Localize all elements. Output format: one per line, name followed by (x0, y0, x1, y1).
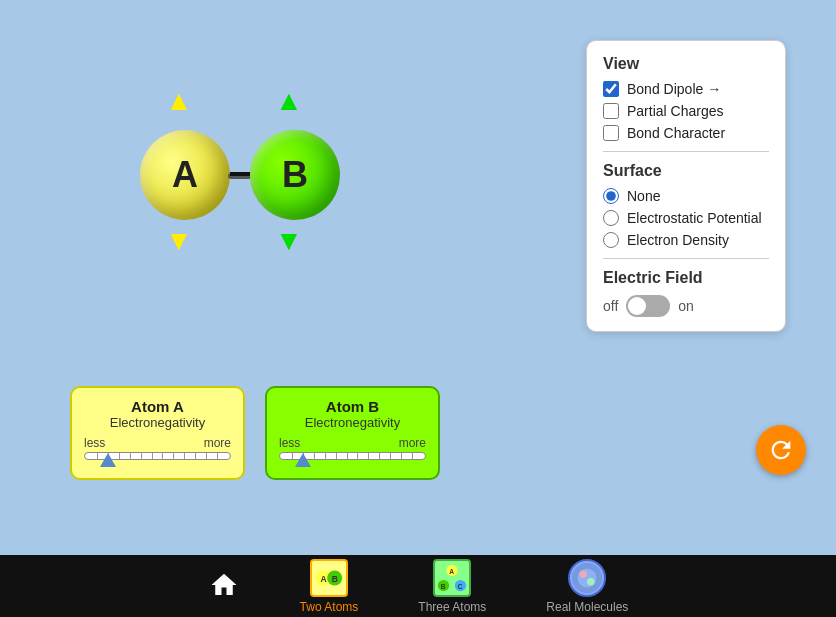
simulation-area: ▲ ▼ A B ▲ ▼ View Bond Dipole → Pa (0, 0, 836, 555)
nav-three-atoms[interactable]: A B C Three Atoms (418, 559, 486, 614)
reset-icon (767, 436, 795, 464)
nav-home[interactable] (208, 569, 240, 604)
bond-dipole-checkbox[interactable] (603, 81, 619, 97)
atom-a-less-label: less (84, 436, 105, 450)
surface-electrostatic-row[interactable]: Electrostatic Potential (603, 210, 769, 226)
surface-none-radio[interactable] (603, 188, 619, 204)
three-atoms-icon: A B C (433, 559, 471, 597)
svg-text:A: A (320, 573, 326, 583)
bond-dipole-label[interactable]: Bond Dipole (627, 81, 703, 97)
atom-a-slider-thumb[interactable] (100, 453, 116, 467)
nav-bar: A B Two Atoms A B C Three Atoms (0, 555, 836, 617)
atom-b-more-label: more (399, 436, 426, 450)
atom-a-slider-labels: less more (84, 436, 231, 450)
view-panel-title: View (603, 55, 769, 73)
atom-b-arrow-up: ▲ (275, 85, 303, 117)
atom-b-less-label: less (279, 436, 300, 450)
atom-a-box-title: Atom A (84, 398, 231, 415)
svg-point-13 (587, 578, 595, 586)
real-molecules-svg (570, 560, 604, 596)
partial-charges-row[interactable]: Partial Charges (603, 103, 769, 119)
electric-off-label: off (603, 298, 618, 314)
home-svg (209, 570, 239, 600)
atom-a-slider-track[interactable] (84, 452, 231, 460)
atom-a-more-label: more (204, 436, 231, 450)
atom-b-box-title: Atom B (279, 398, 426, 415)
atom-b-slider-thumb[interactable] (295, 453, 311, 467)
svg-text:C: C (458, 583, 463, 590)
atom-b-label: B (282, 154, 308, 196)
nav-real-molecules-label: Real Molecules (546, 600, 628, 614)
surface-electron-radio[interactable] (603, 232, 619, 248)
atom-a-box: Atom A Electronegativity less more (70, 386, 245, 480)
reset-button[interactable] (756, 425, 806, 475)
toggle-slider (626, 295, 670, 317)
atom-b-arrow-down: ▼ (275, 225, 303, 257)
bond-character-label[interactable]: Bond Character (627, 125, 725, 141)
bond-dipole-row[interactable]: Bond Dipole → (603, 81, 769, 97)
surface-electron-row[interactable]: Electron Density (603, 232, 769, 248)
divider-2 (603, 258, 769, 259)
atom-b-thumb-triangle (295, 453, 311, 467)
atom-a-arrow-down: ▼ (165, 225, 193, 257)
electric-field-section: Electric Field off on (603, 269, 769, 317)
atom-a-arrow-up: ▲ (165, 85, 193, 117)
bond-character-row[interactable]: Bond Character (603, 125, 769, 141)
two-atoms-svg: A B (312, 560, 346, 596)
svg-text:B: B (441, 583, 446, 590)
home-icon (208, 569, 240, 601)
surface-none-row[interactable]: None (603, 188, 769, 204)
atom-b: B (250, 130, 340, 220)
nav-two-atoms-label: Two Atoms (300, 600, 359, 614)
bond-character-checkbox[interactable] (603, 125, 619, 141)
surface-electrostatic-radio[interactable] (603, 210, 619, 226)
atom-b-slider-track[interactable] (279, 452, 426, 460)
svg-text:B: B (332, 573, 338, 583)
svg-point-11 (578, 568, 597, 587)
nav-three-atoms-label: Three Atoms (418, 600, 486, 614)
two-atoms-icon: A B (310, 559, 348, 597)
surface-title: Surface (603, 162, 769, 180)
view-panel: View Bond Dipole → Partial Charges Bond … (586, 40, 786, 332)
atom-b-box-subtitle: Electronegativity (279, 415, 426, 430)
atom-b-box: Atom B Electronegativity less more (265, 386, 440, 480)
bond-dipole-icon: → (707, 81, 721, 97)
surface-electrostatic-label[interactable]: Electrostatic Potential (627, 210, 762, 226)
atom-boxes-container: Atom A Electronegativity less more (70, 386, 440, 480)
electric-field-toggle-row[interactable]: off on (603, 295, 769, 317)
three-atoms-svg: A B C (435, 560, 469, 596)
atom-a-thumb-triangle (100, 453, 116, 467)
surface-electron-label[interactable]: Electron Density (627, 232, 729, 248)
atom-a-label: A (172, 154, 198, 196)
divider-1 (603, 151, 769, 152)
atom-a: A (140, 130, 230, 220)
electric-field-title: Electric Field (603, 269, 769, 287)
nav-two-atoms[interactable]: A B Two Atoms (300, 559, 359, 614)
nav-real-molecules[interactable]: Real Molecules (546, 559, 628, 614)
svg-point-12 (580, 570, 588, 578)
electric-field-toggle[interactable] (626, 295, 670, 317)
partial-charges-label[interactable]: Partial Charges (627, 103, 724, 119)
atom-a-box-subtitle: Electronegativity (84, 415, 231, 430)
atom-b-slider-labels: less more (279, 436, 426, 450)
electric-on-label: on (678, 298, 694, 314)
real-molecules-icon (568, 559, 606, 597)
svg-text:A: A (449, 568, 454, 575)
surface-none-label[interactable]: None (627, 188, 660, 204)
partial-charges-checkbox[interactable] (603, 103, 619, 119)
